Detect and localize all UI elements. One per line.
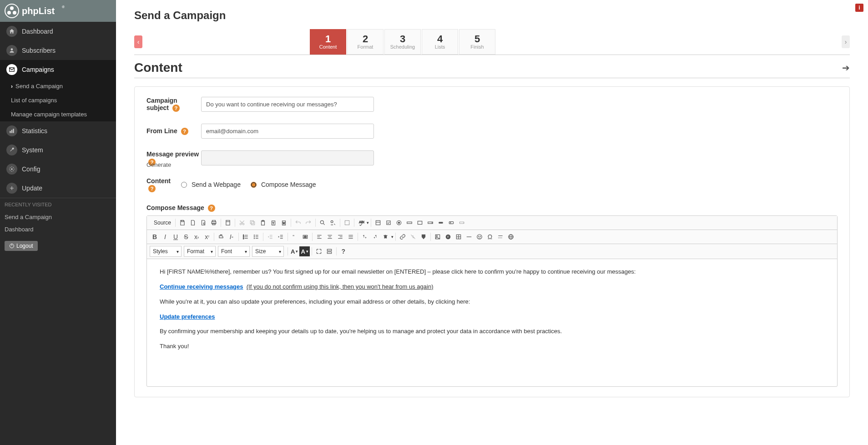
- link1-paren: (If you do not confirm using this link, …: [247, 283, 434, 290]
- copyformat-icon[interactable]: [216, 232, 226, 242]
- subscript-icon[interactable]: x₂: [192, 232, 202, 242]
- newpage-icon[interactable]: [188, 218, 198, 228]
- nav-dashboard[interactable]: Dashboard: [0, 22, 116, 41]
- templates-icon[interactable]: [223, 218, 233, 228]
- format-dropdown[interactable]: Format: [184, 246, 216, 257]
- from-input[interactable]: [201, 124, 374, 139]
- textcolor-button[interactable]: A▾: [290, 246, 299, 256]
- source-button[interactable]: Source: [150, 218, 173, 228]
- blockquote-icon[interactable]: ": [290, 232, 300, 242]
- subnav-send-campaign[interactable]: › Send a Campaign: [0, 79, 116, 93]
- find-icon[interactable]: [318, 218, 328, 228]
- replace-icon[interactable]: [328, 218, 338, 228]
- numberedlist-icon[interactable]: 123: [241, 232, 251, 242]
- section-next-icon[interactable]: ➔: [842, 62, 850, 73]
- step-scheduling[interactable]: 3 Scheduling: [384, 29, 421, 55]
- step-finish[interactable]: 5 Finish: [459, 29, 495, 55]
- continue-link[interactable]: Continue receiving messages: [160, 283, 243, 290]
- nav-config[interactable]: Config: [0, 160, 116, 179]
- font-dropdown[interactable]: Font: [218, 246, 250, 257]
- preview-input[interactable]: [201, 150, 374, 165]
- showblocks-icon[interactable]: [324, 246, 334, 256]
- bgcolor-button[interactable]: A▾: [299, 246, 309, 256]
- recent-dashboard[interactable]: Dashboard: [0, 223, 116, 235]
- step-content[interactable]: 1 Content: [310, 29, 346, 55]
- paste-word-icon[interactable]: W: [279, 218, 289, 228]
- nav-system[interactable]: System: [0, 140, 116, 160]
- nav-update[interactable]: Update: [0, 179, 116, 198]
- underline-icon[interactable]: U: [171, 232, 181, 242]
- alignleft-icon[interactable]: [314, 232, 324, 242]
- hr-icon[interactable]: [464, 232, 474, 242]
- smiley-icon[interactable]: [474, 232, 484, 242]
- step-format[interactable]: 2 Format: [347, 29, 384, 55]
- select-icon[interactable]: [425, 218, 435, 228]
- nav-subscribers[interactable]: Subscribers: [0, 41, 116, 60]
- button-icon[interactable]: [436, 218, 446, 228]
- next-step-button[interactable]: ›: [842, 35, 850, 48]
- superscript-icon[interactable]: x²: [202, 232, 212, 242]
- update-prefs-link[interactable]: Update preferences: [160, 313, 215, 320]
- textfield-icon[interactable]: [404, 218, 414, 228]
- rtl-icon[interactable]: ¶: [370, 232, 380, 242]
- form-icon[interactable]: [373, 218, 383, 228]
- help-icon[interactable]: ?: [172, 105, 180, 112]
- subject-input[interactable]: [201, 97, 374, 112]
- subnav-list-campaigns[interactable]: List of campaigns: [0, 93, 116, 107]
- div-icon[interactable]: div: [300, 232, 310, 242]
- preview-icon[interactable]: [198, 218, 208, 228]
- selectall-icon[interactable]: [342, 218, 352, 228]
- styles-dropdown[interactable]: Styles: [150, 246, 182, 257]
- specialchar-icon[interactable]: Ω: [485, 232, 495, 242]
- link-icon[interactable]: [398, 232, 408, 242]
- radio-webpage[interactable]: [181, 182, 187, 188]
- spellcheck-icon[interactable]: ABC: [356, 218, 366, 228]
- step-lists[interactable]: 4 Lists: [422, 29, 458, 55]
- hiddenfield-icon[interactable]: [457, 218, 467, 228]
- save-icon[interactable]: [177, 218, 187, 228]
- about-icon[interactable]: ?: [338, 246, 348, 256]
- size-dropdown[interactable]: Size: [252, 246, 284, 257]
- table-icon[interactable]: [454, 232, 464, 242]
- info-badge-icon[interactable]: i: [855, 4, 863, 12]
- image-icon[interactable]: [433, 232, 443, 242]
- radio-icon[interactable]: [394, 218, 404, 228]
- iframe-icon[interactable]: [506, 232, 516, 242]
- help-icon[interactable]: ?: [148, 185, 156, 192]
- help-icon[interactable]: ?: [208, 205, 215, 212]
- maximize-icon[interactable]: [314, 246, 324, 256]
- radio-compose[interactable]: [251, 182, 257, 188]
- paste-icon[interactable]: [258, 218, 268, 228]
- anchor-icon[interactable]: [419, 232, 429, 242]
- editor-content[interactable]: Hi [FIRST NAME%%there], remember us? You…: [147, 259, 837, 386]
- paste-text-icon[interactable]: T: [268, 218, 278, 228]
- imagebutton-icon[interactable]: [446, 218, 456, 228]
- nav-statistics[interactable]: Statistics: [0, 121, 116, 140]
- justify-icon[interactable]: [346, 232, 356, 242]
- svg-rect-71: [328, 237, 331, 237]
- strike-icon[interactable]: S: [181, 232, 191, 242]
- svg-point-91: [479, 236, 479, 236]
- bulletlist-icon[interactable]: [251, 232, 261, 242]
- recent-send-campaign[interactable]: Send a Campaign: [0, 211, 116, 223]
- ltr-icon[interactable]: ¶: [360, 232, 370, 242]
- textarea-icon[interactable]: [415, 218, 425, 228]
- prev-step-button[interactable]: ‹: [134, 35, 142, 48]
- subnav-manage-templates[interactable]: Manage campaign templates: [0, 107, 116, 121]
- bold-icon[interactable]: B: [150, 232, 160, 242]
- indent-icon[interactable]: [276, 232, 286, 242]
- italic-icon[interactable]: I: [160, 232, 170, 242]
- nav-campaigns[interactable]: Campaigns: [0, 60, 116, 79]
- help-icon[interactable]: ?: [181, 128, 188, 135]
- pagebreak-icon[interactable]: [495, 232, 505, 242]
- logo[interactable]: phpList®: [0, 0, 116, 22]
- aligncenter-icon[interactable]: [325, 232, 335, 242]
- language-icon[interactable]: 言: [381, 232, 391, 242]
- svg-text:T: T: [273, 222, 274, 225]
- removeformat-icon[interactable]: I×: [227, 232, 237, 242]
- print-icon[interactable]: [209, 218, 219, 228]
- alignright-icon[interactable]: [335, 232, 345, 242]
- flash-icon[interactable]: F: [443, 232, 453, 242]
- checkbox-icon[interactable]: [384, 218, 394, 228]
- logout-button[interactable]: Logout: [5, 241, 38, 251]
